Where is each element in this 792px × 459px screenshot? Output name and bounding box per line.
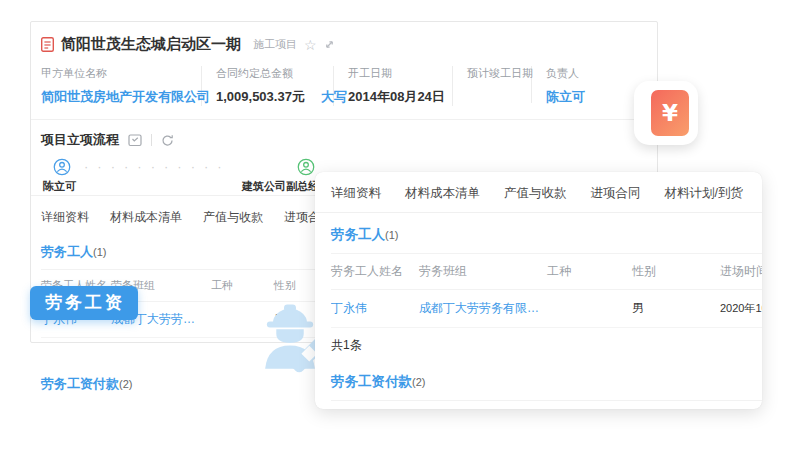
approver-avatar-icon [297,158,315,176]
star-favorite-icon[interactable]: ☆ [304,38,317,52]
field-start-date: 开工日期 2014年08月24日 [348,66,453,106]
field-party-a: 甲方单位名称 简阳世茂房地产开发有限公司 [41,66,202,106]
worker-name-link[interactable]: 丁永伟 [331,300,419,317]
worker-section-title: 劳务工人(1) [331,226,762,244]
tab-material-cost[interactable]: 材料成本清单 [405,185,480,212]
payment-section-title: 劳务工资付款(2) [331,373,762,391]
expand-icon[interactable] [324,39,335,50]
ledger-binding [642,126,649,132]
start-date-value: 2014年08月24日 [348,88,438,106]
labor-worker-panel: 详细资料 材料成本清单 产值与收款 进项合同 材料计划/到货 劳务工人 劳务工人… [315,172,762,409]
tab-material-plan[interactable]: 材料计划/到货 [665,185,743,212]
field-label: 合同约定总金额 [216,66,319,81]
contract-amount-value: 1,009,503.37元 [216,88,305,106]
worker-enter-time: 2020年10月 [720,301,762,316]
project-header: 简阳世茂生态城启动区一期 施工项目 ☆ [31,22,657,54]
tab-detail[interactable]: 详细资料 [331,185,381,212]
ledger-binding [642,93,649,99]
labor-wage-badge: 劳务工资 [30,286,138,320]
field-owner: 负责人 陈立可 [546,66,599,106]
tab-material-cost[interactable]: 材料成本清单 [110,209,182,226]
flow-refresh-icon[interactable] [161,134,174,147]
flow-form-icon[interactable] [128,133,142,147]
step-initiator-name: 陈立可 [43,179,76,194]
worker-team-link[interactable]: 成都丁大劳劳务有限公司 [419,300,547,317]
project-title: 简阳世茂生态城启动区一期 [61,35,241,54]
tab-detail[interactable]: 详细资料 [41,209,89,226]
field-expected-completion: 预计竣工日期 [467,66,532,103]
field-label: 预计竣工日期 [467,66,517,81]
ledger-book-icon: ¥ [651,90,689,136]
flow-connector-dots: ··········· [84,162,234,172]
field-label: 负责人 [546,66,585,81]
wage-ledger-icon: ¥ [634,81,698,145]
party-a-link[interactable]: 简阳世茂房地产开发有限公司 [41,88,187,106]
worker-table-count: 共1条 [331,328,762,360]
user-avatar-icon [53,158,71,176]
flow-step-initiator: 陈立可 [43,158,76,194]
tab-output-collection[interactable]: 产值与收款 [504,185,567,212]
tab-output-collection[interactable]: 产值与收款 [203,209,263,226]
divider [151,134,152,146]
ledger-binding [642,104,649,110]
field-contract-amount: 合同约定总金额 1,009,503.37元 大写 [216,66,334,106]
ledger-binding [642,115,649,121]
owner-link[interactable]: 陈立可 [546,88,585,106]
worker-table-header: 劳务工人姓名 劳务班组 工种 性别 进场时间 [331,253,762,290]
payment-table-header: 编号 付款说明 审核状态 付款总额 付 [331,400,762,409]
yen-symbol: ¥ [662,102,678,125]
project-type-tag: 施工项目 [253,37,297,52]
front-tabs: 详细资料 材料成本清单 产值与收款 进项合同 材料计划/到货 劳务工人 [315,172,762,213]
field-label: 开工日期 [348,66,438,81]
expected-completion-value [467,88,517,103]
tab-input-contract[interactable]: 进项合同 [591,185,641,212]
flow-title: 项目立项流程 [41,131,119,149]
amount-in-words-link[interactable]: 大写 [321,88,347,106]
project-fields: 甲方单位名称 简阳世茂房地产开发有限公司 合同约定总金额 1,009,503.3… [31,54,657,120]
document-icon [41,37,54,52]
field-label: 甲方单位名称 [41,66,187,81]
worker-table-row: 丁永伟 成都丁大劳劳务有限公司 男 2020年10月 [331,290,762,328]
